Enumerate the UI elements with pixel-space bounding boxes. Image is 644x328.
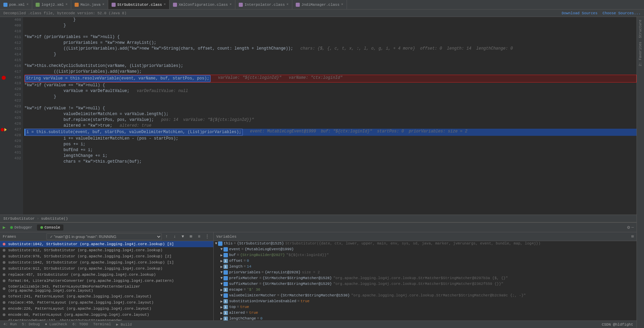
tab-jndi-close[interactable]: × xyxy=(341,3,343,6)
variables-copy[interactable]: ⊞ xyxy=(631,234,634,239)
var-desc: "${${ctx:loginId}}" xyxy=(286,253,329,257)
tab-pom-close[interactable]: × xyxy=(26,3,28,6)
var-item-1[interactable]: ▼ event = {MutableLogEvent@1999} xyxy=(214,247,637,253)
var-item-4[interactable]: ▶ i length = 14 xyxy=(214,264,637,270)
tab-str-sub-close[interactable]: × xyxy=(164,3,166,6)
frame-nav-up[interactable]: ↑ xyxy=(163,233,170,240)
var-item-0[interactable]: ▼ this = {StrSubstitutor@1525} StrSubsti… xyxy=(214,241,637,247)
debug-panel-tab-console[interactable]: Console xyxy=(37,224,63,231)
code-row-429: pos += i; xyxy=(24,142,637,147)
var-item-5[interactable]: ▼ priorVariables = {ArrayList@2028} size… xyxy=(214,270,637,276)
collapse-button[interactable]: — xyxy=(631,225,634,230)
code-row-431: lengthChange += i; xyxy=(24,153,637,159)
frame-item-11[interactable]: encode:60, PatternLayout (org.apache.log… xyxy=(0,312,213,318)
frame-nav-down[interactable]: ↓ xyxy=(171,233,178,240)
bottom-item-todo[interactable]: 6: TODO xyxy=(72,322,88,327)
code-area: 4084094104114124134144154164174184194204… xyxy=(0,17,637,215)
thread-select[interactable]: ✓ "main"@1 in group "main": RUNNING xyxy=(46,233,162,240)
frame-menu[interactable]: ⋮ xyxy=(204,233,211,240)
var-item-8[interactable]: ▶ i escape = '$' 36 xyxy=(214,287,637,293)
download-sources-link[interactable]: Download Sources xyxy=(562,11,598,15)
structure-icon[interactable]: Structure xyxy=(638,19,643,39)
expand-icon[interactable]: ▶ xyxy=(220,265,223,269)
var-item-2[interactable]: ▶ buf = {StringBuilder@2027} "${${ctx:lo… xyxy=(214,253,637,258)
line-num-424: 424 xyxy=(9,109,21,115)
breakpoint-dot[interactable] xyxy=(2,76,6,80)
breadcrumb-class[interactable]: StrSubstitutor xyxy=(3,217,35,221)
line-num-412: 412 xyxy=(9,40,21,46)
code-column[interactable]: } } "kw">if (priorVariables == "kw">null… xyxy=(23,17,637,215)
tab-jndi[interactable]: JndiManager.class × xyxy=(292,0,347,10)
expand-icon[interactable]: ▶ xyxy=(220,311,223,315)
frame-filter[interactable]: ▼ xyxy=(179,233,186,240)
line-num-423: 423 xyxy=(9,104,21,109)
frame-copy[interactable]: ⊞ xyxy=(188,233,194,240)
expand-icon[interactable]: ▶ xyxy=(220,316,223,321)
tab-log4j2[interactable]: log4j2.xml × xyxy=(32,0,71,10)
tab-xml-conf-close[interactable]: × xyxy=(230,3,232,6)
gutter-cell-409 xyxy=(0,23,7,29)
var-item-11[interactable]: ▶ i top = true xyxy=(214,305,637,310)
bottom-item-build[interactable]: ▶ Build xyxy=(116,322,132,327)
var-eq: = xyxy=(243,265,246,269)
frame-item-1[interactable]: substitute:912, StrSubstitutor (org.apac… xyxy=(0,247,213,253)
frame-item-5[interactable]: replace:457, StrSubstitutor (org.apache.… xyxy=(0,272,213,278)
var-item-3[interactable]: ▶ i offset = 0 xyxy=(214,258,637,264)
frame-item-12[interactable]: directEncodeEvent:197, AbstractOutputStr… xyxy=(0,318,213,321)
frame-item-4[interactable]: substitute:912, StrSubstitutor (org.apac… xyxy=(0,266,213,272)
tab-interpolator[interactable]: Interpolator.class × xyxy=(235,0,292,10)
frame-dot xyxy=(3,261,5,264)
expand-icon[interactable]: ▶ xyxy=(220,305,223,309)
frame-item-6[interactable]: format:64, LiteralPatternConverter (org.… xyxy=(0,278,213,284)
bottom-item-terminal[interactable]: Terminal xyxy=(93,322,111,327)
tab-xml-conf[interactable]: XmlConfiguration.class × xyxy=(170,0,235,10)
frame-item-2[interactable]: substitute:978, StrSubstitutor (org.apac… xyxy=(0,253,213,259)
frame-item-3[interactable]: substitute:1042, StrSubstitutor (org.apa… xyxy=(0,259,213,266)
frame-item-7[interactable]: toSerializable:343, PatternLayout$NoForm… xyxy=(0,284,213,293)
expand-icon[interactable]: ▶ xyxy=(220,288,223,292)
tab-pom[interactable]: pom.xml × xyxy=(0,0,32,10)
line-num-415: 415 xyxy=(9,57,21,63)
variable-list[interactable]: ▼ this = {StrSubstitutor@1525} StrSubsti… xyxy=(214,241,637,321)
settings-gear-icon[interactable]: ⚙ xyxy=(627,224,630,230)
choose-sources-link[interactable]: Choose Sources... xyxy=(603,11,641,15)
tab-log4j2-label: log4j2.xml xyxy=(41,3,64,7)
expand-icon[interactable]: ▶ xyxy=(220,299,223,304)
expand-icon[interactable]: ▼ xyxy=(220,276,223,280)
frame-list[interactable]: substitute:1042, StrSubstitutor (org.apa… xyxy=(0,241,213,321)
tab-log4j2-close[interactable]: × xyxy=(65,3,67,6)
expand-icon[interactable]: ▼ xyxy=(220,270,223,274)
main-content: 4084094104114124134144154164174184194204… xyxy=(0,17,637,328)
bottom-item-run[interactable]: 4: Run xyxy=(3,322,17,327)
var-key: escape xyxy=(229,288,243,292)
var-item-6[interactable]: ▼ prefixMatcher = {StrMatcher$StringMatc… xyxy=(214,276,637,281)
bottom-item-luacheck[interactable]: ● LuaCheck xyxy=(45,322,67,327)
debug-panel-tab-debugger[interactable]: Debugger xyxy=(7,224,36,231)
tab-main[interactable]: Main.java × xyxy=(71,0,108,10)
var-val: true xyxy=(240,305,249,309)
breadcrumb-method[interactable]: substitute() xyxy=(41,217,68,221)
var-item-12[interactable]: ▶ i altered = true xyxy=(214,310,637,316)
tab-str-sub[interactable]: StrSubstitutor.class × xyxy=(108,0,170,10)
tab-main-close[interactable]: × xyxy=(102,3,104,6)
var-item-7[interactable]: ▼ suffixMatcher = {StrMatcher$StringMatc… xyxy=(214,281,637,287)
frame-item-8[interactable]: toText:241, PatternLayout (org.apache.lo… xyxy=(0,293,213,299)
favorites-icon[interactable]: 2: Favorites xyxy=(638,41,643,67)
var-item-10[interactable]: ▶ i substitutionInVariablesEnabled = tru… xyxy=(214,299,637,305)
expand-icon[interactable]: ▼ xyxy=(220,247,223,251)
maven-icon xyxy=(3,3,7,7)
frame-item-9[interactable]: replace:450, PatternLayout (org.apache.l… xyxy=(0,299,213,306)
expand-icon[interactable]: ▼ xyxy=(220,293,223,297)
var-item-9[interactable]: ▼ valueDelimiterMatcher = {StrMatcher$St… xyxy=(214,293,637,299)
frame-item-0[interactable]: substitute:1042, StrSubstitutor (org.apa… xyxy=(0,241,213,247)
frame-item-10[interactable]: encode:226, PatternLayout (org.apache.lo… xyxy=(0,306,213,312)
expand-icon[interactable]: ▼ xyxy=(220,282,223,286)
frame-more[interactable]: ≡ xyxy=(196,233,202,240)
var-item-13[interactable]: ▶ i lengthChange = 0 xyxy=(214,316,637,321)
expand-icon[interactable]: ▶ xyxy=(220,253,223,257)
bottom-item-debug[interactable]: 5: Debug xyxy=(22,322,40,327)
line-num-410: 410 xyxy=(9,29,21,34)
expand-icon[interactable]: ▶ xyxy=(220,259,223,263)
tab-interpolator-close[interactable]: × xyxy=(287,3,289,6)
expand-icon[interactable]: ▼ xyxy=(215,241,217,245)
